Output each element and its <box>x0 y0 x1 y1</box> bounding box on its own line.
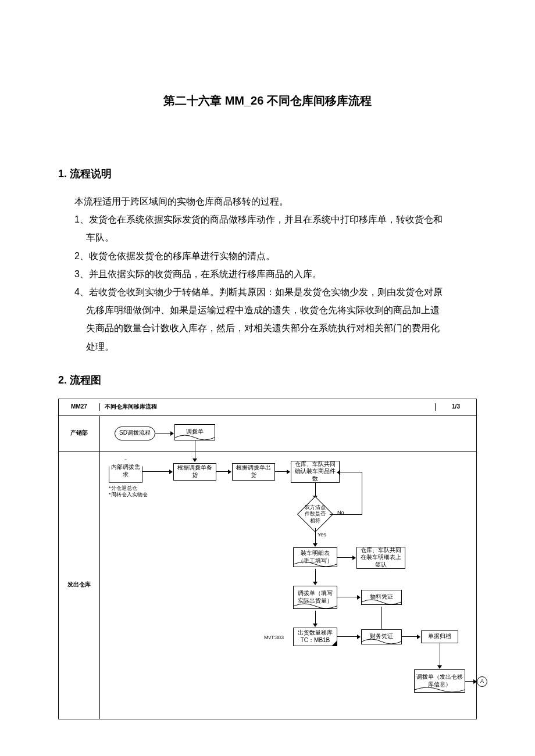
arrow <box>330 514 362 515</box>
arrow-head-icon <box>169 470 173 474</box>
lane-1-body: SD调拨流程 调拨单 <box>100 416 476 451</box>
process-corner-icon <box>331 640 337 646</box>
node-sd-process: SD调拨流程 <box>115 427 155 440</box>
arrow <box>315 569 316 583</box>
arrow-head-icon <box>337 470 340 475</box>
arrow-head-icon <box>313 582 318 585</box>
flow-header: MM27 不同仓库间移库流程 1/3 <box>59 399 476 416</box>
node-load-sheet: 装车明细表（手工填写） <box>293 547 337 567</box>
arrow <box>315 611 316 625</box>
arrow <box>440 643 440 667</box>
arrow-head-icon <box>287 470 290 474</box>
node-move-stock: 出货数量移库 TC：MB1B <box>293 628 337 646</box>
node-doc-tiaobodan-1: 调拨单 <box>174 424 215 440</box>
node-confirm-qty: 仓库、车队共同确认装车商品件数 <box>291 461 340 483</box>
flow-page: 1/3 <box>435 403 476 411</box>
arrow-head-icon <box>313 543 318 547</box>
arrow <box>216 471 229 472</box>
section-1-intro: 本流程适用于跨区域间的实物仓库商品移转的过程。 <box>58 192 477 210</box>
flow-title: 不同仓库间移库流程 <box>100 403 435 411</box>
item-1: 1、发货仓在系统依据实际发货的商品做移库动作，并且在系统中打印移库单，转收货仓和 <box>58 210 477 228</box>
arrow <box>142 471 170 472</box>
item-4-c2: 失商品的数量合计数收入库存，然后，对相关遗失部分在系统执行对相关部门的费用化 <box>58 319 477 337</box>
node-internal-request: 内部调拨需求 <box>109 460 142 483</box>
document-icon <box>294 561 337 567</box>
arrow <box>402 636 418 637</box>
node-outgoing-doc: 调拨单（发出仓移库信息） <box>414 669 465 693</box>
section-2-heading: 2. 流程图 <box>58 373 477 387</box>
decision-label: 双方清点件数是否相符 <box>305 504 326 524</box>
arrow <box>195 440 195 451</box>
node-decision: 双方清点件数是否相符 <box>297 496 333 532</box>
connector-a: A <box>477 676 487 687</box>
arrow <box>340 472 362 472</box>
arrow <box>337 636 358 637</box>
node-prepare: 根据调拨单备货 <box>173 463 216 481</box>
document-icon <box>362 599 401 605</box>
arrow-head-icon <box>228 470 231 474</box>
arrow <box>381 607 382 629</box>
node-material-doc: 物料凭证 <box>361 590 402 605</box>
flow-code: MM27 <box>59 403 100 411</box>
arrow <box>275 471 288 472</box>
item-1-cont: 车队。 <box>58 228 477 246</box>
arrow-head-icon <box>352 556 356 560</box>
node-finance-doc: 财务凭证 <box>361 629 402 644</box>
arrow <box>315 483 316 497</box>
arrow-head-icon <box>357 595 361 600</box>
node-ship: 根据调拨单出货 <box>232 463 275 481</box>
node-fill-actual: 调拨单（填写实际出货量） <box>293 586 337 609</box>
arrow-head-icon <box>437 665 442 669</box>
document-icon <box>294 603 337 609</box>
item-3: 3、并且依据实际的收货商品，在系统进行移库商品的入库。 <box>58 265 477 283</box>
label-yes: Yes <box>318 532 326 538</box>
item-4-c1: 先移库明细做倒冲、如果是运输过程中造成的遗失，收货仓先将实际收到的商品加上遗 <box>58 301 477 319</box>
document-icon <box>415 687 465 693</box>
fill-label: 调拨单（填写实际出货量） <box>295 590 335 604</box>
arrow <box>337 597 358 597</box>
node-archive: 单据归档 <box>421 630 458 643</box>
chapter-title: 第二十六章 MM_26 不同仓库间移库流程 <box>58 93 477 109</box>
section-1-heading: 1. 流程说明 <box>58 167 477 181</box>
move-note: MvT:303 <box>264 635 284 641</box>
arrow-head-icon <box>170 431 174 436</box>
arrow <box>155 433 172 433</box>
arrow <box>337 557 354 558</box>
outdoc-label: 调拨单（发出仓移库信息） <box>416 673 463 688</box>
lane-fachu: 发出仓库 内部调拨需求 *分仓退总仓 *周转仓入实物仓 根据调拨单备货 根据调拨… <box>59 452 476 719</box>
arrow-head-icon <box>192 458 197 462</box>
arrow-head-icon <box>357 635 361 639</box>
move-label: 出货数量移库 TC：MB1B <box>295 629 335 644</box>
lane-chanxiao: 产销部 SD调拨流程 调拨单 <box>59 416 476 452</box>
node-sign: 仓库、车队共同在装车明细表上签认 <box>356 547 405 569</box>
arrow <box>315 528 316 544</box>
arrow-head-icon <box>417 635 420 639</box>
item-2: 2、收货仓依据发货仓的移库单进行实物的清点。 <box>58 247 477 265</box>
arrow-head-icon <box>313 624 318 627</box>
lane-2-body: 内部调拨需求 *分仓退总仓 *周转仓入实物仓 根据调拨单备货 根据调拨单出货 仓… <box>100 452 476 719</box>
document-icon <box>175 435 215 440</box>
flowchart: MM27 不同仓库间移库流程 1/3 产销部 SD调拨流程 调拨单 <box>58 399 477 719</box>
item-4: 4、若收货仓收到实物少于转储单。判断其原因：如果是发货仓实物少发，则由发货仓对原 <box>58 283 477 301</box>
document-icon <box>362 639 401 644</box>
node-internal-note: *分仓退总仓 *周转仓入实物仓 <box>109 485 161 499</box>
lane-1-label: 产销部 <box>59 416 100 451</box>
arrow <box>362 472 362 515</box>
item-4-c3: 处理。 <box>58 338 477 356</box>
label-no: No <box>337 510 344 516</box>
lane-2-label: 发出仓库 <box>59 452 100 719</box>
